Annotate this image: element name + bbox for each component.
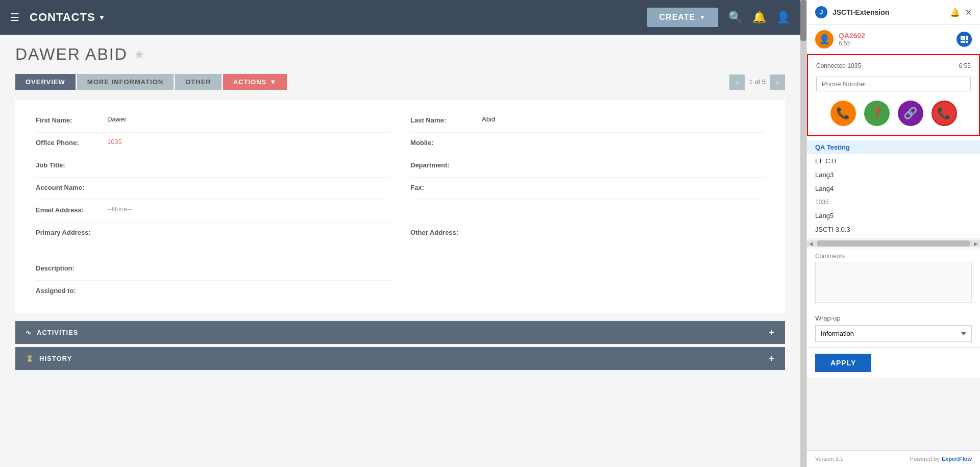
h-scroll-right-icon[interactable]: ▶ bbox=[972, 241, 980, 247]
tab-overview[interactable]: OVERVIEW bbox=[15, 74, 76, 90]
svg-rect-0 bbox=[961, 36, 963, 38]
department-row: Department: bbox=[410, 155, 765, 178]
contacts-dropdown-arrow[interactable]: ▼ bbox=[99, 13, 106, 21]
svg-rect-3 bbox=[961, 38, 963, 40]
hamburger-icon[interactable]: ☰ bbox=[10, 11, 19, 23]
powered-by-label: Powered by bbox=[910, 456, 940, 462]
first-name-value: Dawer bbox=[107, 115, 390, 123]
create-button[interactable]: CREATE ▼ bbox=[647, 8, 718, 27]
h-scroll-left-icon[interactable]: ◀ bbox=[807, 241, 815, 247]
tab-other[interactable]: OTHER bbox=[175, 74, 222, 90]
connected-status: Connected 1035 6:55 bbox=[808, 60, 979, 71]
transfer-phone-icon: 🔗 bbox=[903, 107, 917, 120]
queue-item-lang4[interactable]: Lang4 bbox=[807, 182, 980, 195]
contacts-nav-label[interactable]: CONTACTS ▼ bbox=[30, 11, 106, 24]
job-title-label: Job Title: bbox=[36, 160, 107, 169]
answer-phone-icon: 📞 bbox=[836, 107, 850, 120]
jscti-logo: J bbox=[815, 6, 827, 18]
panel-bell-icon[interactable]: 🔔 bbox=[950, 8, 960, 17]
comments-textarea[interactable] bbox=[815, 262, 972, 303]
right-panel: J JSCTI-Extension 🔔 ✕ 👤 QA2602 6:55 Conn… bbox=[806, 0, 980, 467]
prev-page-button[interactable]: ‹ bbox=[729, 75, 745, 90]
email-row: Email Address: --None-- bbox=[36, 200, 390, 223]
grid-button[interactable] bbox=[957, 32, 972, 47]
queue-list: QA Testing EF CTI Lang3 Lang4 1035 Lang5… bbox=[807, 136, 980, 238]
answer-button[interactable]: 📞 bbox=[830, 101, 856, 126]
panel-close-icon[interactable]: ✕ bbox=[965, 8, 972, 17]
queue-item-qa-testing[interactable]: QA Testing bbox=[807, 140, 980, 154]
contact-form: First Name: Dawer Office Phone: 1035 Job… bbox=[15, 100, 785, 313]
next-page-button[interactable]: › bbox=[770, 75, 785, 90]
content-area: DAWER ABID ★ OVERVIEW MORE INFORMATION O… bbox=[0, 35, 800, 467]
apply-section: APPLY bbox=[807, 348, 980, 378]
mobile-label: Mobile: bbox=[410, 138, 482, 146]
create-arrow-icon: ▼ bbox=[699, 14, 706, 21]
first-name-label: First Name: bbox=[36, 115, 107, 124]
tab-actions[interactable]: ACTIONS ▼ bbox=[223, 74, 287, 90]
other-address-row: Other Address: bbox=[410, 223, 765, 258]
caller-info: QA2602 6:55 bbox=[839, 32, 951, 47]
queue-item-lang3[interactable]: Lang3 bbox=[807, 168, 980, 182]
caller-avatar-icon: 👤 bbox=[819, 34, 830, 45]
svg-rect-4 bbox=[963, 38, 965, 40]
activities-section[interactable]: ∿ ACTIVITIES + bbox=[15, 321, 785, 344]
contact-name: DAWER ABID bbox=[15, 45, 128, 64]
last-name-value: Abid bbox=[482, 115, 765, 123]
version-label: Version 3.1 bbox=[815, 456, 843, 462]
caller-avatar: 👤 bbox=[815, 30, 834, 48]
powered-by: Powered by ExpertFlow bbox=[910, 456, 972, 462]
connected-label: Connected 1035 bbox=[816, 62, 861, 69]
favorite-star-icon[interactable]: ★ bbox=[134, 47, 145, 62]
caller-time: 6:55 bbox=[839, 40, 951, 47]
primary-address-label: Primary Address: bbox=[36, 228, 107, 236]
hangup-button[interactable]: 📞 bbox=[932, 101, 957, 126]
caller-id: QA2602 bbox=[839, 32, 951, 40]
history-section[interactable]: ⏳ HISTORY + bbox=[15, 347, 785, 370]
last-name-row: Last Name: Abid bbox=[410, 110, 765, 133]
apply-button[interactable]: APPLY bbox=[815, 354, 871, 372]
empty-spacer bbox=[410, 200, 765, 223]
panel-footer: Version 3.1 Powered by ExpertFlow bbox=[807, 450, 980, 467]
svg-rect-5 bbox=[966, 38, 968, 40]
wrapup-select[interactable]: Information bbox=[815, 325, 972, 342]
fax-row: Fax: bbox=[410, 178, 765, 200]
tab-more-information[interactable]: MORE INFORMATION bbox=[77, 74, 174, 90]
queue-item-ef-cti[interactable]: EF CTI bbox=[807, 154, 980, 168]
other-address-label: Other Address: bbox=[410, 228, 482, 236]
activities-wave-icon: ∿ bbox=[26, 329, 32, 336]
activities-plus-icon[interactable]: + bbox=[769, 327, 775, 338]
contact-header: DAWER ABID ★ bbox=[15, 45, 785, 64]
history-plus-icon[interactable]: + bbox=[769, 353, 775, 364]
help-button[interactable]: ❓ bbox=[864, 101, 890, 126]
email-label: Email Address: bbox=[36, 205, 107, 214]
page-count: 1 of 5 bbox=[749, 78, 766, 86]
notifications-icon[interactable]: 🔔 bbox=[752, 11, 766, 24]
connected-time: 6:55 bbox=[959, 62, 971, 69]
assigned-to-label: Assigned to: bbox=[36, 286, 107, 294]
h-scroll-thumb[interactable] bbox=[817, 240, 970, 247]
panel-header: J JSCTI-Extension 🔔 ✕ bbox=[807, 0, 980, 25]
wrapup-label: Wrap-up bbox=[815, 314, 972, 322]
queue-item-jscti[interactable]: JSCTI 3.0.3 bbox=[807, 223, 980, 236]
panel-title: JSCTI-Extension bbox=[832, 8, 945, 16]
call-card: 👤 QA2602 6:55 bbox=[807, 25, 980, 54]
fax-label: Fax: bbox=[410, 183, 482, 191]
call-buttons: 📞 ❓ 🔗 📞 bbox=[830, 96, 957, 130]
form-right-col: Last Name: Abid Mobile: Department: Fax: bbox=[400, 110, 775, 303]
queue-item-lang5[interactable]: Lang5 bbox=[807, 209, 980, 223]
mobile-row: Mobile: bbox=[410, 133, 765, 155]
phone-number-input[interactable] bbox=[816, 77, 971, 91]
transfer-button[interactable]: 🔗 bbox=[898, 101, 923, 126]
account-name-row: Account Name: bbox=[36, 178, 390, 200]
queue-item-1035: 1035 bbox=[807, 195, 980, 209]
description-row: Description: bbox=[36, 258, 390, 281]
assigned-to-row: Assigned to: bbox=[36, 281, 390, 303]
svg-rect-1 bbox=[963, 36, 965, 38]
horizontal-scrollbar[interactable]: ◀ ▶ bbox=[807, 240, 980, 247]
vertical-scrollbar[interactable] bbox=[800, 0, 806, 467]
email-value: --None-- bbox=[107, 205, 390, 213]
user-icon[interactable]: 👤 bbox=[776, 11, 790, 24]
office-phone-value: 1035 bbox=[107, 138, 390, 145]
description-label: Description: bbox=[36, 263, 107, 272]
search-icon[interactable]: 🔍 bbox=[728, 11, 742, 24]
